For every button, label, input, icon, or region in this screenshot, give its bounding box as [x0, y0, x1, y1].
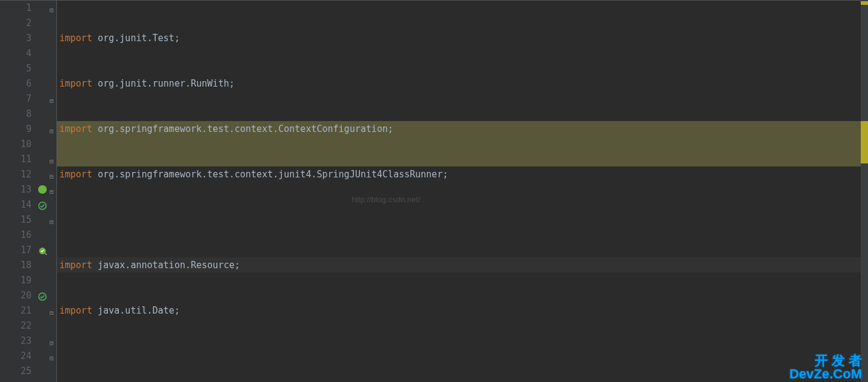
line-number[interactable]: 11	[0, 152, 32, 167]
code-line	[59, 212, 868, 228]
fold-toggle-icon[interactable]: ⊟	[50, 214, 56, 220]
line-number[interactable]: 9	[0, 122, 32, 137]
fold-toggle-icon[interactable]: ⊟	[50, 184, 56, 190]
line-number[interactable]: 5	[0, 61, 32, 76]
line-number[interactable]: 10	[0, 137, 32, 152]
fold-gutter[interactable]: ⊟ ⊟ ⊟ ⊟ ⊟ ⊟ ⊟ ⊟ ⊟ ⊟	[48, 1, 57, 382]
line-number[interactable]: 1	[0, 1, 32, 16]
code-line: import org.springframework.test.context.…	[59, 167, 868, 182]
code-line: import org.junit.runner.RunWith;	[59, 76, 868, 91]
line-number[interactable]: 23	[0, 334, 32, 349]
line-number-gutter[interactable]: 1 2 3 4 5 6 7 8 9 10 11 12 13 14 15 16 1…	[0, 1, 36, 382]
fold-end-icon[interactable]: ⊟	[50, 154, 56, 160]
line-number[interactable]: 15	[0, 212, 32, 228]
line-number[interactable]: 18	[0, 258, 32, 273]
error-stripe-scrollbar[interactable]	[861, 0, 868, 382]
line-number[interactable]: 8	[0, 107, 32, 122]
fold-toggle-icon[interactable]: ⊟	[50, 305, 56, 311]
spring-bean-icon[interactable]	[38, 184, 47, 194]
line-number[interactable]: 19	[0, 273, 32, 288]
override-icon[interactable]	[38, 200, 47, 210]
line-number[interactable]: 24	[0, 349, 32, 364]
spring-autowire-icon[interactable]	[38, 246, 47, 255]
line-number[interactable]: 7	[0, 91, 32, 107]
code-line: import java.util.Date;	[59, 303, 868, 318]
fold-end-icon[interactable]: ⊟	[50, 335, 56, 341]
line-number[interactable]: 12	[0, 167, 32, 182]
fold-end-icon[interactable]: ⊟	[50, 93, 56, 99]
line-number[interactable]: 4	[0, 46, 32, 61]
code-line: import org.springframework.test.context.…	[59, 122, 868, 137]
line-number[interactable]: 6	[0, 76, 32, 91]
site-watermark-logo: 开 发 者 DevZe.CoM	[789, 354, 862, 381]
override-icon[interactable]	[38, 291, 47, 301]
code-line: import org.junit.Test;	[59, 31, 868, 46]
code-line	[59, 349, 868, 364]
warning-marker[interactable]	[861, 1, 868, 5]
fold-toggle-icon[interactable]: ⊟	[50, 123, 56, 130]
line-number[interactable]: 3	[0, 31, 32, 46]
line-number[interactable]: 22	[0, 318, 32, 334]
line-number[interactable]: 17	[0, 243, 32, 258]
line-number[interactable]: 20	[0, 288, 32, 303]
fold-toggle-icon[interactable]: ⊟	[50, 2, 56, 8]
fold-toggle-icon[interactable]: ⊟	[50, 169, 56, 175]
line-number[interactable]: 2	[0, 16, 32, 31]
line-number[interactable]: 21	[0, 303, 32, 318]
fold-end-icon[interactable]: ⊟	[50, 351, 56, 357]
code-editor[interactable]: 1 2 3 4 5 6 7 8 9 10 11 12 13 14 15 16 1…	[0, 0, 868, 382]
icon-gutter	[36, 1, 48, 382]
warning-marker[interactable]	[861, 121, 868, 163]
line-number[interactable]: 14	[0, 197, 32, 212]
code-area[interactable]: import org.junit.Test; import org.junit.…	[57, 1, 868, 382]
line-number[interactable]: 13	[0, 182, 32, 197]
line-number[interactable]: 16	[0, 228, 32, 243]
line-number[interactable]: 25	[0, 364, 32, 379]
code-line: import javax.annotation.Resource;	[59, 258, 868, 273]
